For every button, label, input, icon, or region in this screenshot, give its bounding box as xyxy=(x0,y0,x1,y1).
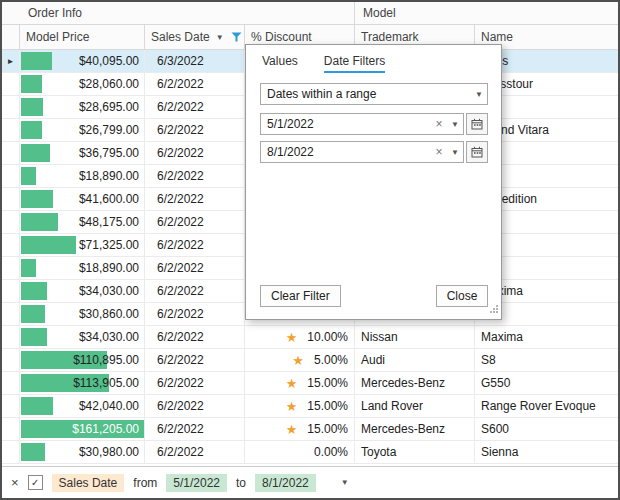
range-type-combobox[interactable]: Dates within a range ▼ xyxy=(260,83,488,105)
filter-enabled-checkbox[interactable]: ✓ xyxy=(28,475,43,490)
filter-field-chip[interactable]: Sales Date xyxy=(52,474,125,492)
sales-date-cell[interactable]: 6/2/2022 xyxy=(145,303,245,325)
column-header-model-price[interactable]: Model Price xyxy=(20,25,145,49)
date-to-input[interactable]: 8/1/2022 × ▼ xyxy=(260,141,464,163)
price-value: $26,799.00 xyxy=(79,123,139,137)
sales-date-cell[interactable]: 6/2/2022 xyxy=(145,73,245,95)
model-price-cell[interactable]: $161,205.00 xyxy=(20,418,145,440)
sales-date-cell[interactable]: 6/2/2022 xyxy=(145,119,245,141)
name-cell[interactable]: S8 xyxy=(475,349,618,371)
discount-cell[interactable]: 0.00% xyxy=(245,441,355,463)
model-price-cell[interactable]: $40,095.00 xyxy=(20,50,145,72)
table-row[interactable]: $161,205.00 6/2/2022 ★ 15.00% Mercedes-B… xyxy=(2,418,618,441)
band-order-info[interactable]: Order Info xyxy=(2,2,355,24)
close-button[interactable]: Close xyxy=(436,285,488,307)
trademark-cell[interactable]: Land Rover xyxy=(355,395,475,417)
sales-date-cell[interactable]: 6/2/2022 xyxy=(145,211,245,233)
model-price-cell[interactable]: $71,325.00 xyxy=(20,234,145,256)
date-from-input[interactable]: 5/1/2022 × ▼ xyxy=(260,113,464,135)
price-value: $110,895.00 xyxy=(73,353,139,367)
discount-cell[interactable]: ★ 15.00% xyxy=(245,418,355,440)
clear-filter-button[interactable]: Clear Filter xyxy=(260,285,341,307)
model-price-cell[interactable]: $42,040.00 xyxy=(20,395,145,417)
sales-date-cell[interactable]: 6/2/2022 xyxy=(145,280,245,302)
resize-grip[interactable] xyxy=(489,303,499,317)
discount-cell[interactable]: ★ 15.00% xyxy=(245,395,355,417)
model-price-cell[interactable]: $18,890.00 xyxy=(20,257,145,279)
discount-value: 10.00% xyxy=(307,330,348,344)
trademark-cell[interactable]: Toyota xyxy=(355,441,475,463)
model-price-cell[interactable]: $36,795.00 xyxy=(20,142,145,164)
filter-to-value-chip[interactable]: 8/1/2022 xyxy=(255,474,316,492)
table-row[interactable]: $30,980.00 6/2/2022 0.00% Toyota Sienna xyxy=(2,441,618,464)
trademark-cell[interactable]: Mercedes-Benz xyxy=(355,372,475,394)
date-value: 6/2/2022 xyxy=(151,238,244,252)
filter-dropdown-arrow-icon[interactable]: ▼ xyxy=(341,478,349,487)
sales-date-cell[interactable]: 6/2/2022 xyxy=(145,257,245,279)
name-cell[interactable]: S600 xyxy=(475,418,618,440)
model-price-cell[interactable]: $34,030.00 xyxy=(20,326,145,348)
chevron-down-icon[interactable]: ▼ xyxy=(471,90,487,99)
date-from-row: 5/1/2022 × ▼ xyxy=(260,113,488,135)
model-price-cell[interactable]: $110,895.00 xyxy=(20,349,145,371)
name-cell[interactable]: Maxima xyxy=(475,326,618,348)
model-price-cell[interactable]: $28,695.00 xyxy=(20,96,145,118)
price-value: $30,860.00 xyxy=(79,307,139,321)
trademark-cell[interactable]: Nissan xyxy=(355,326,475,348)
sales-date-cell[interactable]: 6/2/2022 xyxy=(145,441,245,463)
band-header-row: Order Info Model xyxy=(2,2,618,25)
calendar-button[interactable] xyxy=(466,113,488,135)
model-price-cell[interactable]: $18,890.00 xyxy=(20,165,145,187)
discount-cell[interactable]: ★ 5.00% xyxy=(245,349,355,371)
table-row[interactable]: $110,895.00 6/2/2022 ★ 5.00% Audi S8 xyxy=(2,349,618,372)
tab-date-filters[interactable]: Date Filters xyxy=(324,54,385,73)
name-cell[interactable]: Sienna xyxy=(475,441,618,463)
close-filter-icon[interactable]: × xyxy=(11,475,19,490)
column-header-sales-date[interactable]: Sales Date ▼ xyxy=(145,25,245,49)
model-price-cell[interactable]: $30,860.00 xyxy=(20,303,145,325)
name-value: Maxima xyxy=(481,330,523,344)
trademark-cell[interactable]: Mercedes-Benz xyxy=(355,418,475,440)
clear-icon[interactable]: × xyxy=(431,145,447,159)
sales-date-cell[interactable]: 6/2/2022 xyxy=(145,234,245,256)
filter-funnel-icon[interactable] xyxy=(231,32,242,42)
discount-cell[interactable]: ★ 15.00% xyxy=(245,372,355,394)
filter-from-value-chip[interactable]: 5/1/2022 xyxy=(166,474,227,492)
discount-cell[interactable]: ★ 10.00% xyxy=(245,326,355,348)
sales-date-cell[interactable]: 6/2/2022 xyxy=(145,96,245,118)
chevron-down-icon[interactable]: ▼ xyxy=(447,120,463,129)
clear-icon[interactable]: × xyxy=(431,117,447,131)
sales-date-cell[interactable]: 6/2/2022 xyxy=(145,395,245,417)
model-price-cell[interactable]: $26,799.00 xyxy=(20,119,145,141)
model-price-cell[interactable]: $30,980.00 xyxy=(20,441,145,463)
trademark-cell[interactable]: Audi xyxy=(355,349,475,371)
calendar-button[interactable] xyxy=(466,141,488,163)
model-price-cell[interactable]: $28,060.00 xyxy=(20,73,145,95)
band-order-info-label: Order Info xyxy=(28,6,82,20)
sales-date-cell[interactable]: 6/2/2022 xyxy=(145,165,245,187)
row-indicator-cell xyxy=(2,280,20,302)
band-model[interactable]: Model xyxy=(355,2,618,24)
filter-popup-tabs: Values Date Filters xyxy=(246,45,501,73)
name-cell[interactable]: G550 xyxy=(475,372,618,394)
sales-date-cell[interactable]: 6/2/2022 xyxy=(145,349,245,371)
model-price-cell[interactable]: $48,175.00 xyxy=(20,211,145,233)
model-price-cell[interactable]: $41,600.00 xyxy=(20,188,145,210)
trademark-value: Audi xyxy=(361,353,385,367)
table-row[interactable]: $113,905.00 6/2/2022 ★ 15.00% Mercedes-B… xyxy=(2,372,618,395)
date-value: 6/2/2022 xyxy=(151,77,244,91)
name-cell[interactable]: Range Rover Evoque xyxy=(475,395,618,417)
table-row[interactable]: $34,030.00 6/2/2022 ★ 10.00% Nissan Maxi… xyxy=(2,326,618,349)
table-row[interactable]: $42,040.00 6/2/2022 ★ 15.00% Land Rover … xyxy=(2,395,618,418)
sales-date-cell[interactable]: 6/2/2022 xyxy=(145,326,245,348)
sales-date-cell[interactable]: 6/2/2022 xyxy=(145,372,245,394)
tab-values[interactable]: Values xyxy=(262,54,298,73)
date-value: 6/2/2022 xyxy=(151,100,244,114)
model-price-cell[interactable]: $113,905.00 xyxy=(20,372,145,394)
sales-date-cell[interactable]: 6/3/2022 xyxy=(145,50,245,72)
sales-date-cell[interactable]: 6/2/2022 xyxy=(145,188,245,210)
model-price-cell[interactable]: $34,030.00 xyxy=(20,280,145,302)
sales-date-cell[interactable]: 6/2/2022 xyxy=(145,142,245,164)
chevron-down-icon[interactable]: ▼ xyxy=(447,148,463,157)
sales-date-cell[interactable]: 6/2/2022 xyxy=(145,418,245,440)
